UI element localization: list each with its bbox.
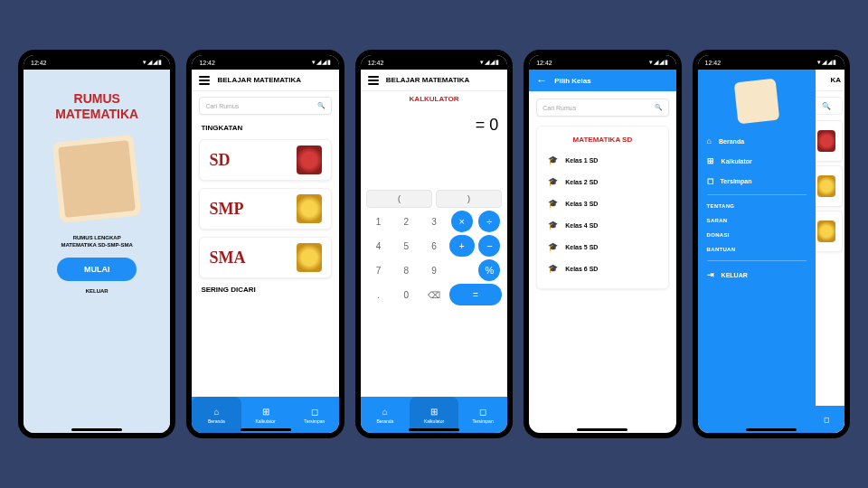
drawer-divider — [707, 260, 807, 261]
level-card-sma[interactable]: SMA — [199, 237, 331, 278]
tab-kalkulator[interactable]: ⊞ Kalkulator — [241, 397, 290, 433]
tab-kalkulator[interactable]: ⊞ Kalkulator — [410, 397, 458, 433]
math-illustration — [52, 134, 142, 223]
tab-beranda[interactable]: ⌂ Beranda — [192, 397, 241, 433]
key-3[interactable]: 3 — [421, 211, 447, 232]
key-2[interactable]: 2 — [393, 211, 419, 232]
key-6[interactable]: 6 — [421, 235, 447, 257]
start-button[interactable]: MULAI — [57, 258, 137, 281]
search-placeholder: Cari Rumus — [542, 105, 576, 111]
key-9[interactable]: 9 — [421, 259, 447, 281]
screen: 12:42 ▾◢◢▮ ← Pilih Kelas Cari Rumus 🔍 MA… — [529, 55, 675, 433]
phone-drawer: 12:42 ▾◢◢▮ KA 🔍 ◻ ⌂Beranda ⊞Kalkulator ◻… — [693, 50, 850, 438]
app-bar-title: Pilih Kelas — [554, 77, 590, 85]
key-dot[interactable]: . — [366, 284, 392, 305]
drawer-item-beranda[interactable]: ⌂Beranda — [707, 131, 807, 151]
key-1[interactable]: 1 — [366, 211, 392, 232]
level-card-smp[interactable]: SMP — [199, 188, 331, 230]
key-rparen[interactable]: ) — [436, 190, 502, 208]
section-tingkatan: TINGKATAN — [192, 120, 338, 136]
app-bar-title: BELAJAR MATEMATIKA — [386, 76, 470, 84]
menu-icon[interactable] — [199, 76, 210, 85]
calculator-title: KALKULATOR — [361, 95, 507, 103]
search-icon: 🔍 — [317, 102, 326, 109]
search-input[interactable]: Cari Rumus 🔍 — [536, 99, 668, 117]
graduation-icon: 🎓 — [548, 177, 558, 186]
class-item[interactable]: 🎓Kelas 3 SD — [544, 192, 660, 214]
graduation-icon: 🎓 — [548, 199, 558, 208]
home-icon: ⌂ — [213, 407, 219, 417]
drawer-link-tentang[interactable]: TENTANG — [707, 199, 807, 213]
phone-home: 12:42 ▾◢◢▮ BELAJAR MATEMATIKA Cari Rumus… — [186, 50, 344, 438]
drawer-item-keluar[interactable]: ⇥KELUAR — [707, 265, 807, 285]
sma-badge-icon — [817, 221, 835, 242]
key-4[interactable]: 4 — [366, 235, 392, 257]
tab-label: Beranda — [376, 418, 393, 424]
class-card: MATEMATIKA SD 🎓Kelas 1 SD 🎓Kelas 2 SD 🎓K… — [536, 126, 668, 289]
back-icon[interactable]: ← — [536, 74, 547, 87]
screen: 12:42 ▾◢◢▮ RUMUS MATEMATIKA RUMUS LENGKA… — [24, 55, 170, 433]
status-indicators: ▾◢◢▮ — [817, 59, 837, 66]
tab-tersimpan[interactable]: ◻ Tersimpan — [290, 397, 339, 433]
class-item[interactable]: 🎓Kelas 2 SD — [544, 171, 660, 192]
class-item[interactable]: 🎓Kelas 5 SD — [544, 236, 660, 258]
app-bar: ← Pilih Kelas — [529, 70, 675, 91]
status-indicators: ▾◢◢▮ — [480, 59, 500, 66]
key-divide[interactable]: ÷ — [478, 211, 500, 232]
status-time: 12:42 — [536, 60, 552, 66]
status-bar: 12:42 ▾◢◢▮ — [529, 55, 675, 70]
home-icon: ⌂ — [382, 407, 388, 417]
drawer-item-kalkulator[interactable]: ⊞Kalkulator — [707, 151, 807, 171]
app-title: RUMUS MATEMATIKA — [55, 91, 138, 122]
key-equals[interactable]: = — [449, 284, 502, 305]
sma-badge-icon — [297, 243, 322, 272]
key-5[interactable]: 5 — [393, 235, 419, 257]
drawer-link-donasi[interactable]: DONASI — [707, 228, 807, 242]
section-sering-dicari: SERING DICARI — [192, 282, 338, 297]
key-0[interactable]: 0 — [393, 284, 419, 305]
phone-splash: 12:42 ▾◢◢▮ RUMUS MATEMATIKA RUMUS LENGKA… — [18, 50, 175, 438]
key-multiply[interactable]: × — [451, 211, 473, 232]
tab-label: Kalkulator — [255, 418, 275, 424]
key-lparen[interactable]: ( — [366, 190, 432, 208]
key-minus[interactable]: − — [478, 235, 500, 257]
menu-icon[interactable] — [368, 76, 379, 85]
keypad: ( ) 1 2 3 × ÷ 4 5 6 + − 7 8 9 % . 0 ⌫ = — [361, 188, 507, 311]
level-label: SD — [209, 151, 230, 170]
status-bar: 12:42 ▾◢◢▮ — [361, 55, 507, 70]
drawer-link-bantuan[interactable]: BANTUAN — [707, 242, 807, 257]
app-bar: BELAJAR MATEMATIKA — [361, 70, 507, 91]
status-time: 12:42 — [368, 60, 384, 66]
logout-icon: ⇥ — [707, 270, 714, 279]
calculator-display: = 0 — [361, 107, 507, 188]
key-8[interactable]: 8 — [393, 259, 419, 281]
search-icon: 🔍 — [655, 104, 663, 111]
smp-badge-icon — [297, 194, 322, 223]
tab-label: Kalkulator — [424, 418, 444, 424]
navigation-drawer: ⌂Beranda ⊞Kalkulator ◻Tersimpan TENTANG … — [698, 70, 816, 433]
class-item[interactable]: 🎓Kelas 1 SD — [544, 149, 660, 171]
key-backspace[interactable]: ⌫ — [421, 284, 447, 305]
graduation-icon: 🎓 — [548, 242, 558, 251]
class-item[interactable]: 🎓Kelas 4 SD — [544, 214, 660, 236]
tab-beranda[interactable]: ⌂ Beranda — [361, 397, 410, 433]
bookmark-icon: ◻ — [707, 176, 713, 185]
level-card-sd[interactable]: SD — [199, 139, 331, 181]
android-navbar — [71, 428, 122, 431]
app-bar-title: BELAJAR MATEMATIKA — [217, 76, 301, 84]
calculator-icon: ⊞ — [430, 407, 438, 417]
search-input[interactable]: Cari Rumus 🔍 — [199, 97, 331, 115]
exit-button[interactable]: KELUAR — [86, 288, 108, 294]
key-percent[interactable]: % — [478, 259, 500, 281]
smp-badge-icon — [817, 175, 835, 197]
drawer-item-tersimpan[interactable]: ◻Tersimpan — [707, 171, 807, 191]
bottom-nav: ⌂ Beranda ⊞ Kalkulator ◻ Tersimpan — [192, 397, 338, 433]
class-item[interactable]: 🎓Kelas 6 SD — [544, 258, 660, 279]
tab-tersimpan[interactable]: ◻ Tersimpan — [458, 397, 507, 433]
home-icon: ⌂ — [707, 136, 712, 145]
key-7[interactable]: 7 — [366, 259, 392, 281]
status-bar: 12:42 ▾◢◢▮ — [24, 55, 170, 70]
status-time: 12:42 — [31, 60, 47, 66]
drawer-link-saran[interactable]: SARAN — [707, 213, 807, 228]
key-plus[interactable]: + — [449, 235, 475, 257]
